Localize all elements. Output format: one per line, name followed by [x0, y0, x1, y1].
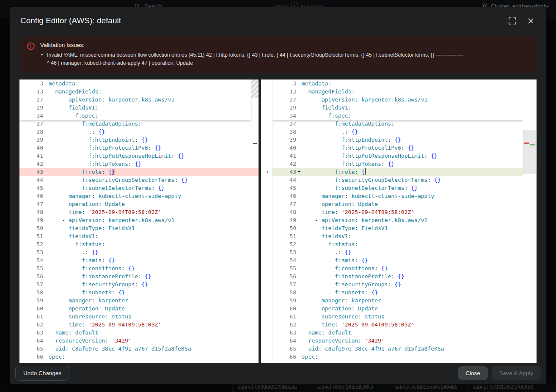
code-line[interactable]: 44 f:securityGroupSelectorTerms: {} [19, 176, 259, 184]
code-token: Update [358, 305, 378, 312]
sticky-line[interactable]: 3metadata: [19, 79, 251, 88]
code-line[interactable]: 48 time: '2025-09-04T09:58:02Z' [272, 208, 537, 216]
code-text: f:role: { [302, 168, 537, 176]
code-line[interactable]: 66spec: [272, 353, 537, 361]
code-line[interactable]: 57 f:securityGroups: {} [272, 280, 537, 288]
code-line[interactable]: 64 resourceVersion: '3429' [272, 337, 537, 345]
diff-sign [43, 144, 49, 152]
code-line[interactable]: 61 subresource: status [19, 313, 259, 321]
diff-sign [296, 240, 302, 248]
sticky-line[interactable]: 29 fieldsV1: [272, 104, 537, 112]
undo-changes-button[interactable]: Undo Changes [15, 366, 69, 381]
code-line[interactable]: 45 f:subnetSelectorTerms: {} [19, 184, 259, 192]
code-line[interactable]: 64 resourceVersion: '3429' [19, 337, 259, 345]
sticky-line[interactable]: 29 fieldsV1: [19, 104, 251, 112]
save-apply-button[interactable]: Save & Apply [492, 366, 541, 380]
code-line[interactable]: 50 fieldsType: FieldsV1 [19, 224, 259, 232]
code-line[interactable]: 41 f:httpPutResponseHopLimit: {} [272, 152, 537, 160]
code-line[interactable]: 48 time: '2025-09-04T09:58:02Z' [19, 208, 259, 216]
code-line[interactable]: 38 .: {} [272, 128, 537, 136]
sticky-line[interactable]: 27 - apiVersion: karpenter.k8s.aws/v1 [19, 96, 251, 104]
code-line[interactable]: 39 f:httpEndpoint: {} [272, 136, 537, 144]
code-line[interactable]: 54 f:amis: {} [19, 256, 259, 264]
code-line[interactable]: 63 name: default [272, 329, 537, 337]
code-line[interactable]: 45 f:subnetSelectorTerms: {} [272, 184, 537, 192]
sticky-line[interactable]: 13 managedFields: [19, 88, 251, 96]
diff-sign [296, 128, 302, 136]
code-text: f:instanceProfile: {} [302, 272, 537, 280]
code-token: time [69, 321, 82, 328]
sticky-line[interactable]: 3metadata: [272, 79, 537, 88]
code-line[interactable]: 40 f:httpProtocolIPv6: {} [19, 144, 259, 152]
code-token: managedFields [55, 88, 99, 95]
code-line[interactable]: 41 f:httpPutResponseHopLimit: {} [19, 152, 259, 160]
code-line[interactable]: 63 name: default [19, 329, 259, 337]
diff-sign [43, 224, 49, 232]
close-button[interactable]: Close [458, 366, 488, 380]
left-scrollbar[interactable] [251, 79, 259, 363]
code-line[interactable]: 62 time: '2025-09-04T09:58:05Z' [19, 321, 259, 329]
code-line[interactable]: 61 subresource: status [272, 313, 537, 321]
code-line[interactable]: 60 operation: Update [19, 304, 259, 313]
code-line[interactable]: 58 f:subnets: {} [272, 288, 537, 296]
code-line[interactable]: 50 fieldsType: FieldsV1 [272, 224, 537, 232]
code-text: managedFields: [49, 88, 251, 96]
code-token: {} [181, 177, 188, 183]
code-line[interactable]: 52 f:status: [272, 240, 537, 248]
code-line[interactable]: 38 .: {} [19, 128, 259, 136]
code-line[interactable]: 62 time: '2025-09-04T09:58:05Z' [272, 321, 537, 329]
code-line[interactable]: 37 f:metadataOptions: [19, 120, 259, 128]
right-scrollbar[interactable] [523, 79, 537, 363]
code-token: time [69, 209, 82, 215]
line-number: 29 [272, 104, 296, 112]
close-modal-button[interactable] [527, 17, 535, 25]
code-line[interactable]: 52 f:status: [19, 240, 259, 248]
original-editor-pane[interactable]: 37 f:metadataOptions:38 .: {}39 f:httpEn… [19, 79, 259, 363]
code-line[interactable]: 42 f:httpTokens: {} [272, 160, 537, 168]
code-line[interactable]: 43+ f:role: { [272, 168, 537, 176]
code-line[interactable]: 55 f:conditions: {} [272, 264, 537, 272]
sticky-line[interactable]: 34 f:spec: [19, 112, 251, 120]
code-line[interactable]: 37 f:metadataOptions: [272, 120, 537, 128]
code-line[interactable]: 57 f:securityGroups: {} [19, 280, 259, 288]
diff-sign [296, 216, 302, 224]
code-line[interactable]: 59 manager: karpenter [19, 296, 259, 304]
code-line[interactable]: 65 uid: c8afe97e-38cc-4f91-a767-d15f2a8f… [19, 345, 259, 353]
code-token: f:role [335, 169, 355, 175]
code-line[interactable]: 59 manager: karpenter [272, 296, 537, 304]
code-line[interactable]: 54 f:amis: {} [272, 256, 537, 264]
code-line[interactable]: 49 - apiVersion: karpenter.k8s.aws/v1 [19, 216, 259, 224]
sticky-line[interactable]: 27 - apiVersion: karpenter.k8s.aws/v1 [272, 96, 537, 104]
code-line[interactable]: 55 f:conditions: {} [19, 264, 259, 272]
expand-button[interactable] [508, 16, 517, 25]
code-line[interactable]: 39 f:httpEndpoint: {} [19, 136, 259, 144]
code-line[interactable]: 56 f:instanceProfile: {} [272, 272, 537, 280]
code-line[interactable]: 51 fieldsV1: [19, 232, 259, 240]
code-line[interactable]: 42 f:httpTokens: {} [19, 160, 259, 168]
sticky-line[interactable]: 34 f:spec: [272, 112, 537, 120]
modified-editor-pane[interactable]: 37 f:metadataOptions:38 .: {}39 f:httpEn… [272, 79, 537, 363]
code-line[interactable]: 46 manager: kubectl-client-side-apply [19, 192, 259, 200]
code-line[interactable]: 44 f:securityGroupSelectorTerms: {} [272, 176, 537, 184]
code-line[interactable]: 49 - apiVersion: karpenter.k8s.aws/v1 [272, 216, 537, 224]
code-line[interactable]: 51 fieldsV1: [272, 232, 537, 240]
code-token: f:subnets [335, 289, 364, 296]
code-line[interactable]: 65 uid: c8afe97e-38cc-4f91-a767-d15f2a8f… [272, 345, 537, 353]
revert-arrow-button[interactable]: → [261, 168, 272, 176]
code-line[interactable]: 66spec: [19, 353, 259, 361]
code-line[interactable]: 53 .: {} [272, 248, 537, 256]
code-line[interactable]: 47 operation: Update [19, 200, 259, 208]
code-token: : [355, 225, 361, 231]
code-line[interactable]: 46 manager: kubectl-client-side-apply [272, 192, 537, 200]
code-line[interactable]: 60 operation: Update [272, 304, 537, 313]
sticky-line[interactable]: 13 managedFields: [272, 88, 537, 96]
scrollbar-thumb[interactable] [523, 130, 536, 174]
diff-sign [43, 313, 49, 321]
code-line[interactable]: 40 f:httpProtocolIPv6: {} [272, 144, 537, 152]
code-line[interactable]: 43− f:role: {} [19, 168, 259, 176]
code-line[interactable]: 58 f:subnets: {} [19, 288, 259, 296]
code-line[interactable]: 56 f:instanceProfile: {} [19, 272, 259, 280]
code-line[interactable]: 47 operation: Update [272, 200, 537, 208]
line-number: 63 [272, 329, 296, 337]
code-line[interactable]: 53 .: {} [19, 248, 259, 256]
